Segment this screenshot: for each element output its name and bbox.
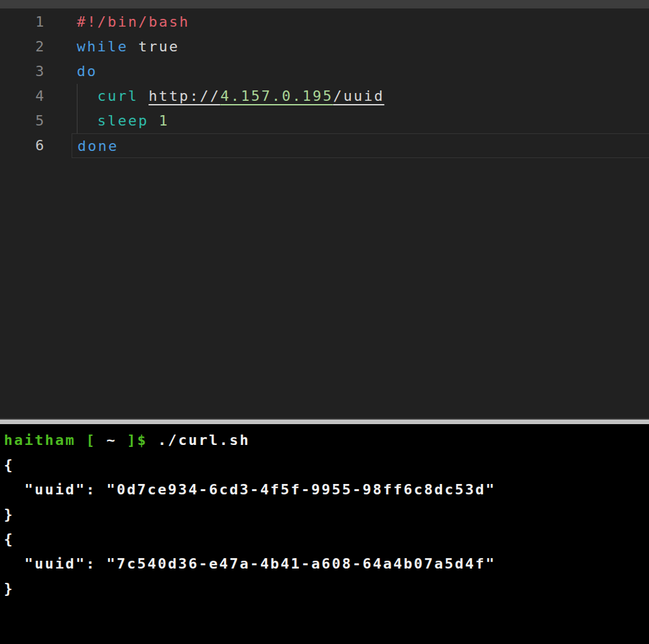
editor-top-bar (0, 0, 649, 8)
prompt-bracket-open: [ (76, 432, 106, 448)
code-line[interactable]: 4 curl http://4.157.0.195/uuid (0, 84, 649, 109)
code-line-content: sleep 1 (72, 109, 649, 133)
json-brace: } (4, 580, 14, 597)
line-number: 5 (0, 109, 72, 133)
line-number: 1 (0, 10, 72, 34)
indent-guide (77, 109, 77, 133)
line-number: 3 (0, 59, 72, 84)
code-link-token[interactable]: 4.157.0.195 (220, 88, 333, 104)
json-uuid: "uuid": "0d7ce934-6cd3-4f5f-9955-98ff6c8… (4, 481, 496, 498)
code-link-token[interactable]: http:// (148, 88, 220, 104)
terminal-output-line: { (4, 527, 649, 552)
code-token: done (77, 138, 118, 154)
code-editor[interactable]: 1#!/bin/bash2while true3do4 curl http://… (0, 0, 649, 418)
code-token: 1 (159, 113, 169, 129)
code-token (77, 113, 98, 129)
prompt-cwd: ~ (106, 432, 117, 448)
line-number: 6 (0, 133, 72, 158)
terminal[interactable]: haitham [ ~ ]$ ./curl.sh{ "uuid": "0d7ce… (0, 424, 649, 644)
code-line[interactable]: 2while true (0, 34, 649, 59)
code-token (138, 88, 148, 104)
line-number: 4 (0, 84, 72, 109)
code-token: while (77, 38, 128, 55)
terminal-output-line: } (4, 502, 649, 527)
json-brace: } (4, 506, 14, 522)
terminal-output-line: { (4, 453, 649, 477)
code-token: #!/bin/bash (77, 14, 189, 30)
prompt-user: haitham (4, 432, 76, 448)
indent-guide (77, 84, 77, 109)
code-line[interactable]: 5 sleep 1 (0, 109, 649, 133)
prompt-line: haitham [ ~ ]$ ./curl.sh (4, 428, 649, 453)
code-line-content: done (72, 133, 649, 158)
code-token: sleep (98, 113, 149, 129)
code-token (77, 88, 98, 104)
editor-terminal-divider[interactable] (0, 418, 649, 424)
code-line-content: do (72, 59, 649, 84)
code-token (148, 113, 159, 129)
code-line-content: #!/bin/bash (72, 10, 649, 34)
prompt-bracket-close: ]$ (117, 432, 147, 448)
code-line[interactable]: 1#!/bin/bash (0, 10, 649, 34)
code-token: do (77, 63, 98, 79)
code-line-content: curl http://4.157.0.195/uuid (72, 84, 649, 109)
code-link-token[interactable]: /uuid (333, 88, 385, 104)
terminal-output-line: "uuid": "0d7ce934-6cd3-4f5f-9955-98ff6c8… (4, 477, 649, 502)
json-brace: { (4, 531, 14, 547)
line-number: 2 (0, 34, 72, 59)
code-line-content: while true (72, 34, 649, 59)
json-uuid: "uuid": "7c540d36-e47a-4b41-a608-64a4b07… (4, 556, 496, 572)
terminal-output-line: "uuid": "7c540d36-e47a-4b41-a608-64a4b07… (4, 552, 649, 576)
command-text: ./curl.sh (147, 432, 249, 448)
code-token: true (128, 38, 180, 55)
code-token: curl (98, 88, 139, 104)
code-line[interactable]: 6done (0, 133, 649, 158)
app-window: 1#!/bin/bash2while true3do4 curl http://… (0, 0, 649, 644)
terminal-output-line: } (4, 576, 649, 601)
editor-lines: 1#!/bin/bash2while true3do4 curl http://… (0, 8, 649, 158)
json-brace: { (4, 457, 14, 473)
code-line[interactable]: 3do (0, 59, 649, 84)
